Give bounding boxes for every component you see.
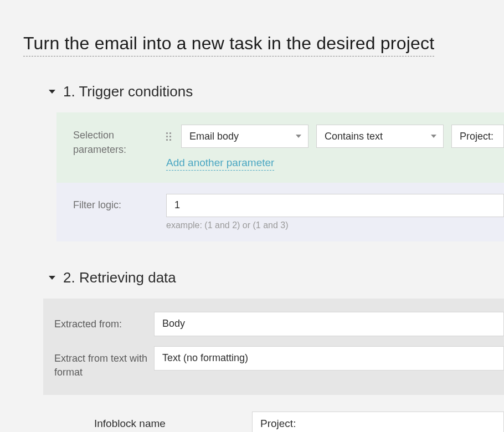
retrieving-data-block: Extracted from: Body Extract from text w… xyxy=(43,299,504,433)
chevron-down-icon xyxy=(431,135,436,138)
trigger-conditions-block: Selection parameters: Email body Contain… xyxy=(56,112,504,241)
param-field-value: Email body xyxy=(189,131,290,142)
section-2-header[interactable]: 2. Retrieving data xyxy=(49,269,504,286)
chevron-down-icon xyxy=(296,135,301,138)
infoblock-row: Infoblock name xyxy=(43,395,504,432)
param-value-text: Project: xyxy=(460,131,497,142)
infoblock-name-input[interactable] xyxy=(252,412,504,432)
page-title[interactable]: Turn the email into a new task in the de… xyxy=(23,33,434,56)
extract-format-select[interactable]: Text (no formatting) xyxy=(154,346,504,371)
extracted-from-label: Extracted from: xyxy=(54,312,154,331)
add-parameter-link[interactable]: Add another parameter xyxy=(166,157,274,171)
infoblock-name-label: Infoblock name xyxy=(94,418,252,430)
param-operator-value: Contains text xyxy=(325,131,425,142)
retrieving-data-panel: Extracted from: Body Extract from text w… xyxy=(43,299,504,395)
filter-logic-row: Filter logic: example: (1 and 2) or (1 a… xyxy=(56,183,504,241)
extracted-from-value: Body xyxy=(162,318,185,330)
filter-logic-input[interactable] xyxy=(166,194,504,217)
filter-logic-hint: example: (1 and 2) or (1 and 3) xyxy=(166,220,504,230)
drag-handle-icon[interactable] xyxy=(166,132,171,141)
caret-down-icon xyxy=(49,276,55,280)
section-1-header[interactable]: 1. Trigger conditions xyxy=(49,83,504,100)
section-2-heading: 2. Retrieving data xyxy=(63,269,176,286)
extract-format-value: Text (no formatting) xyxy=(162,352,248,364)
param-operator-select[interactable]: Contains text xyxy=(316,125,444,148)
section-1-heading: 1. Trigger conditions xyxy=(63,83,193,100)
extracted-from-select[interactable]: Body xyxy=(154,312,504,336)
param-field-select[interactable]: Email body xyxy=(181,125,308,148)
caret-down-icon xyxy=(49,90,55,94)
extract-format-label: Extract from text with format xyxy=(54,346,154,379)
selection-parameters-row: Selection parameters: Email body Contain… xyxy=(56,112,504,183)
selection-parameters-label: Selection parameters: xyxy=(73,125,166,157)
filter-logic-label: Filter logic: xyxy=(73,194,166,212)
param-value-input[interactable]: Project: xyxy=(451,125,504,148)
